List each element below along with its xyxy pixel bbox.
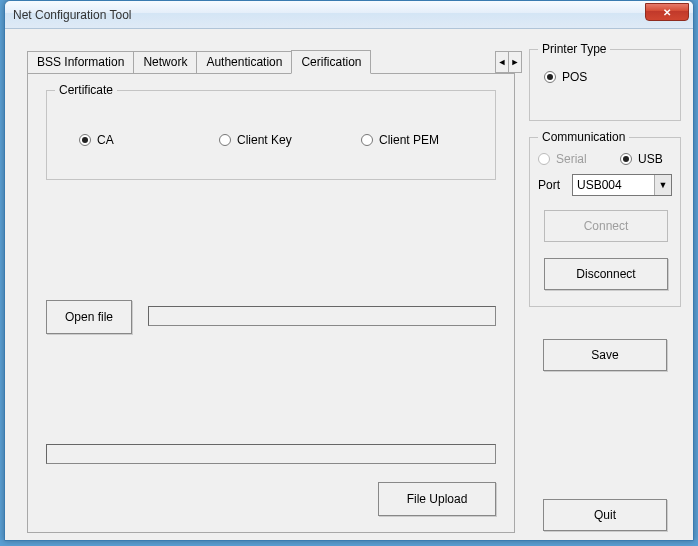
quit-button[interactable]: Quit — [543, 499, 667, 531]
status-field — [46, 444, 496, 464]
group-communication-legend: Communication — [538, 130, 629, 144]
radio-client-key-label: Client Key — [237, 133, 292, 147]
radio-pos[interactable]: POS — [544, 70, 587, 84]
group-communication: Communication Serial USB Port USB004 ▼ C… — [529, 137, 681, 307]
quit-label: Quit — [594, 508, 616, 522]
radio-dot-icon — [544, 71, 556, 83]
tab-nav-left[interactable]: ◄ — [495, 51, 509, 73]
radio-dot-icon — [361, 134, 373, 146]
port-value: USB004 — [577, 178, 622, 192]
radio-serial: Serial — [538, 152, 587, 166]
radio-ca-label: CA — [97, 133, 114, 147]
close-button[interactable]: ✕ — [645, 3, 689, 21]
radio-client-key[interactable]: Client Key — [219, 133, 292, 147]
radio-dot-icon — [79, 134, 91, 146]
tab-nav: ◄ ► — [495, 51, 521, 73]
disconnect-button[interactable]: Disconnect — [544, 258, 668, 290]
group-certificate: Certificate CA Client Key Client PEM — [46, 90, 496, 180]
file-upload-label: File Upload — [407, 492, 468, 506]
file-path-field[interactable] — [148, 306, 496, 326]
tab-network[interactable]: Network — [133, 51, 197, 73]
radio-usb-label: USB — [638, 152, 663, 166]
tab-nav-right[interactable]: ► — [508, 51, 522, 73]
group-certificate-legend: Certificate — [55, 83, 117, 97]
radio-usb[interactable]: USB — [620, 152, 663, 166]
radio-ca[interactable]: CA — [79, 133, 114, 147]
tab-bss-information[interactable]: BSS Information — [27, 51, 134, 73]
tab-panel-cerification: Certificate CA Client Key Client PEM Ope… — [27, 73, 515, 533]
group-printer-type: Printer Type POS — [529, 49, 681, 121]
radio-client-pem[interactable]: Client PEM — [361, 133, 439, 147]
chevron-down-icon: ▼ — [654, 175, 671, 195]
port-select[interactable]: USB004 ▼ — [572, 174, 672, 196]
radio-client-pem-label: Client PEM — [379, 133, 439, 147]
window-title: Net Configuration Tool — [13, 8, 132, 22]
open-file-label: Open file — [65, 310, 113, 324]
right-column: Printer Type POS Communication Serial US… — [529, 49, 681, 291]
tab-bar: BSS Information Network Authentication C… — [27, 51, 370, 73]
disconnect-label: Disconnect — [576, 267, 635, 281]
tab-cerification[interactable]: Cerification — [291, 50, 371, 74]
client-area: BSS Information Network Authentication C… — [5, 29, 693, 540]
port-label: Port — [538, 178, 560, 192]
connect-button: Connect — [544, 210, 668, 242]
radio-dot-icon — [219, 134, 231, 146]
close-icon: ✕ — [663, 7, 671, 18]
radio-dot-icon — [538, 153, 550, 165]
group-printer-type-legend: Printer Type — [538, 42, 610, 56]
radio-dot-icon — [620, 153, 632, 165]
save-button[interactable]: Save — [543, 339, 667, 371]
save-label: Save — [591, 348, 618, 362]
open-file-button[interactable]: Open file — [46, 300, 132, 334]
file-upload-button[interactable]: File Upload — [378, 482, 496, 516]
radio-serial-label: Serial — [556, 152, 587, 166]
radio-pos-label: POS — [562, 70, 587, 84]
connect-label: Connect — [584, 219, 629, 233]
titlebar: Net Configuration Tool ✕ — [5, 1, 693, 29]
tab-authentication[interactable]: Authentication — [196, 51, 292, 73]
app-window: Net Configuration Tool ✕ BSS Information… — [4, 0, 694, 541]
